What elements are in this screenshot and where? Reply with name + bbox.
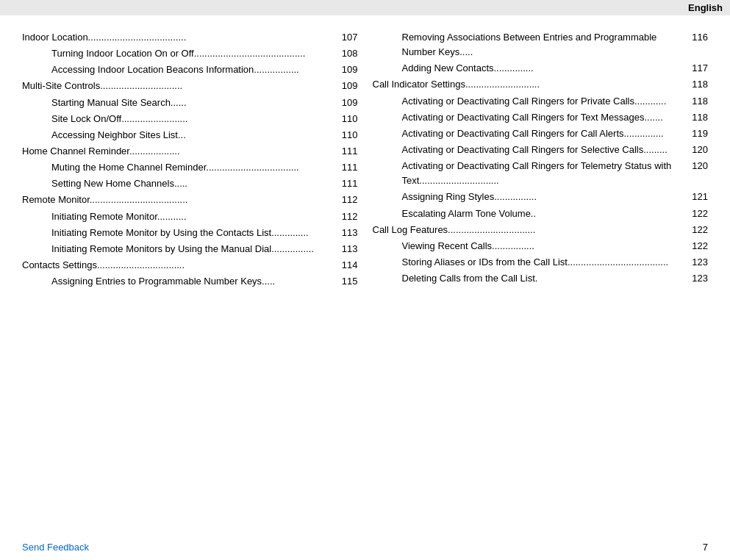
toc-entry: Starting Manual Site Search......109: [22, 96, 358, 110]
toc-entry: Adding New Contacts...............117: [373, 61, 709, 76]
toc-entry: Activating or Deactivating Call Ringers …: [373, 159, 709, 188]
toc-entry: Escalating Alarm Tone Volume..122: [373, 207, 709, 221]
right-column: Removing Associations Between Entries an…: [373, 30, 709, 290]
header-bar: English: [0, 0, 730, 15]
toc-entry: Multi-Site Controls.....................…: [22, 79, 358, 93]
toc-entry: Activating or Deactivating Call Ringers …: [373, 143, 709, 157]
toc-entry: Remote Monitor..........................…: [22, 193, 358, 207]
send-feedback-link[interactable]: Send Feedback: [22, 542, 89, 553]
toc-entry: Accessing Indoor Location Beacons Inform…: [22, 62, 358, 77]
left-column: Indoor Location.........................…: [22, 30, 358, 290]
toc-entry: Call Indicator Settings.................…: [373, 77, 709, 92]
language-label: English: [688, 2, 723, 13]
toc-entry: Initiating Remote Monitors by Using the …: [22, 242, 358, 256]
toc-entry: Assigning Ring Styles................121: [373, 190, 709, 204]
toc-entry: Activating or Deactivating Call Ringers …: [373, 94, 709, 109]
toc-entry: Activating or Deactivating Call Ringers …: [373, 126, 709, 141]
toc-entry: Assigning Entries to Programmable Number…: [22, 274, 358, 289]
toc-entry: Initiating Remote Monitor by Using the C…: [22, 226, 358, 240]
toc-entry: Indoor Location.........................…: [22, 30, 358, 45]
toc-entry: Setting New Home Channels.....111: [22, 176, 358, 191]
toc-entry: Call Log Features.......................…: [373, 223, 709, 237]
toc-entry: Deleting Calls from the Call List.123: [373, 271, 709, 286]
page-number: 7: [703, 542, 708, 553]
toc-entry: Storing Aliases or IDs from the Call Lis…: [373, 255, 709, 270]
toc-entry: Viewing Recent Calls................122: [373, 239, 709, 254]
toc-entry: Activating or Deactivating Call Ringers …: [373, 110, 709, 125]
toc-entry: Muting the Home Channel Reminder........…: [22, 160, 358, 175]
toc-entry: Accessing Neighbor Sites List...110: [22, 128, 358, 143]
toc-entry: Site Lock On/Off........................…: [22, 112, 358, 126]
toc-entry: Contacts Settings.......................…: [22, 258, 358, 273]
toc-entry: Home Channel Reminder...................…: [22, 144, 358, 159]
toc-entry: Removing Associations Between Entries an…: [373, 30, 709, 60]
toc-entry: Initiating Remote Monitor...........112: [22, 209, 358, 224]
toc-entry: Turning Indoor Location On or Off.......…: [22, 46, 358, 61]
footer: Send Feedback 7: [0, 542, 730, 553]
